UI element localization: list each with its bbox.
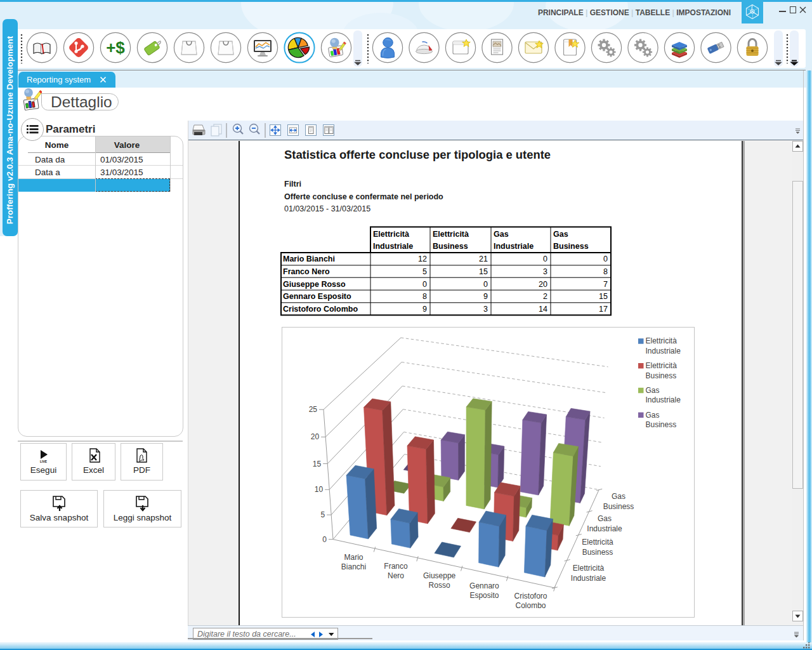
svg-text:20: 20 <box>539 280 547 289</box>
svg-text:Franco Nero: Franco Nero <box>283 267 330 276</box>
svg-text:Industriale: Industriale <box>373 242 413 251</box>
svg-text:0: 0 <box>422 280 427 289</box>
svg-text:Industriale: Industriale <box>571 574 606 583</box>
svg-text:15: 15 <box>599 292 608 301</box>
svg-text:Business: Business <box>582 548 613 557</box>
svg-text:5: 5 <box>422 267 427 276</box>
svg-text:Bianchi: Bianchi <box>341 562 366 571</box>
svg-text:Gennaro: Gennaro <box>469 581 499 590</box>
svg-text:Gas: Gas <box>646 386 660 395</box>
svg-text:Mario Bianchi: Mario Bianchi <box>283 255 335 263</box>
svg-text:Rosso: Rosso <box>429 581 450 590</box>
svg-text:Gas: Gas <box>598 514 612 523</box>
svg-text:7: 7 <box>603 280 608 289</box>
svg-text:Business: Business <box>646 371 677 380</box>
svg-text:Colombo: Colombo <box>515 601 546 610</box>
svg-text:Business: Business <box>553 242 589 251</box>
svg-text:Gas: Gas <box>612 492 625 501</box>
svg-text:Elettricità: Elettricità <box>373 230 409 239</box>
svg-text:Franco: Franco <box>384 562 408 571</box>
svg-text:10: 10 <box>315 485 324 494</box>
svg-text:Business: Business <box>433 242 468 251</box>
svg-text:3: 3 <box>543 267 547 276</box>
svg-text:8: 8 <box>603 267 608 276</box>
svg-text:LIVE: LIVE <box>40 460 48 463</box>
svg-text:Elettricità: Elettricità <box>573 564 605 573</box>
svg-text:Business: Business <box>603 502 634 511</box>
svg-text:Giuseppe Rosso: Giuseppe Rosso <box>283 280 346 289</box>
svg-text:0: 0 <box>322 535 327 544</box>
svg-text:Industriale: Industriale <box>494 242 534 251</box>
svg-text:Gas: Gas <box>553 230 568 239</box>
svg-text:Elettricità: Elettricità <box>433 230 469 239</box>
svg-text:0: 0 <box>543 255 547 263</box>
svg-text:Elettricità: Elettricità <box>582 538 613 547</box>
svg-text:Gennaro Esposito: Gennaro Esposito <box>283 292 351 301</box>
svg-text:2: 2 <box>543 292 547 301</box>
svg-text:Esposito: Esposito <box>469 591 499 600</box>
svg-text:Business: Business <box>646 420 677 429</box>
svg-text:9: 9 <box>422 305 427 314</box>
svg-text:20: 20 <box>311 432 320 441</box>
svg-text:3: 3 <box>483 305 488 314</box>
svg-text:17: 17 <box>599 305 608 314</box>
svg-text:Cristoforo Colombo: Cristoforo Colombo <box>283 305 358 314</box>
svg-text:Mario: Mario <box>344 553 363 562</box>
svg-text:0: 0 <box>483 280 488 289</box>
svg-text:8: 8 <box>422 292 427 301</box>
svg-text:+$: +$ <box>106 38 125 57</box>
svg-text:9: 9 <box>483 292 488 301</box>
svg-text:Gas: Gas <box>646 411 660 420</box>
svg-text:Cristoforo: Cristoforo <box>514 592 547 600</box>
svg-text:15: 15 <box>313 460 322 468</box>
svg-text:Giuseppe: Giuseppe <box>423 571 456 580</box>
svg-text:15: 15 <box>479 267 488 276</box>
svg-text:Industriale: Industriale <box>646 347 681 355</box>
svg-text:Elettricità: Elettricità <box>646 336 678 345</box>
svg-text:14: 14 <box>539 305 547 314</box>
svg-text:Industriale: Industriale <box>646 395 681 404</box>
svg-text:12: 12 <box>418 255 427 263</box>
svg-text:25: 25 <box>309 405 318 414</box>
svg-text:Gas: Gas <box>494 230 509 239</box>
svg-text:Nero: Nero <box>388 571 404 580</box>
svg-text:Industriale: Industriale <box>587 524 622 533</box>
svg-text:5: 5 <box>320 510 325 519</box>
svg-text:0: 0 <box>603 255 608 263</box>
svg-text:21: 21 <box>479 255 488 263</box>
svg-text:Elettricità: Elettricità <box>646 361 678 370</box>
